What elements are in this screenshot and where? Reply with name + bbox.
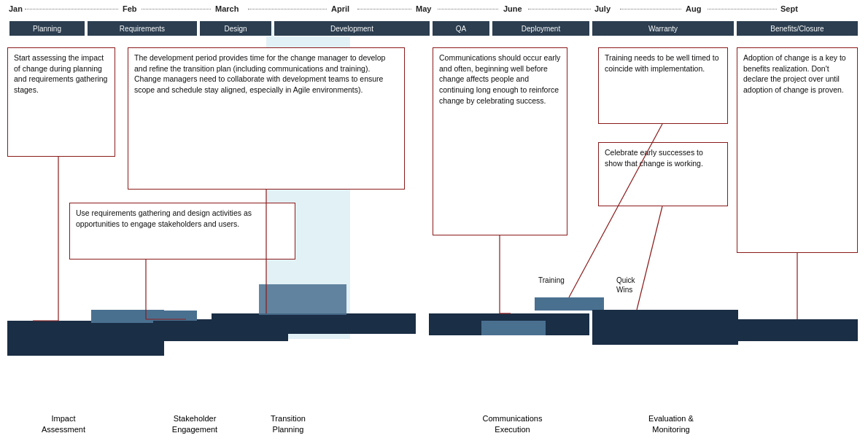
phase-deployment: Deployment: [492, 20, 590, 36]
gantt-bar-stakeholder-light: [153, 311, 197, 321]
gantt-bar-training: [535, 297, 604, 311]
bottom-label-eval: Evaluation &Monitoring: [616, 413, 726, 435]
label-training: Training: [538, 276, 565, 285]
phase-warranty: Warranty: [592, 20, 735, 36]
gantt-bar-impact: [7, 321, 164, 356]
months-row: Jan Feb March April May June July Aug Se…: [0, 3, 868, 17]
month-april: April: [331, 4, 349, 13]
month-feb: Feb: [123, 4, 137, 13]
svg-line-9: [637, 206, 662, 310]
month-aug: Aug: [686, 4, 701, 13]
month-sept: Sept: [780, 4, 798, 13]
dot-line-7: [620, 9, 681, 9]
phase-qa: QA: [432, 20, 490, 36]
month-july: July: [594, 4, 611, 13]
dot-line-6: [528, 9, 591, 9]
month-june: June: [503, 4, 522, 13]
dot-line-1: [25, 9, 118, 9]
callout-stakeholder: Use requirements gathering and design ac…: [69, 203, 295, 259]
callout-impact-assessment: Start assessing the impact of change dur…: [7, 47, 115, 157]
callout-adoption: Adoption of change is a key to benefits …: [737, 47, 858, 253]
bottom-label-stakeholder: StakeholderEngagement: [147, 413, 242, 435]
chart-container: Jan Feb March April May June July Aug Se…: [0, 0, 868, 441]
bottom-label-impact: ImpactAssessment: [16, 413, 111, 435]
bottom-label-comms: CommunicationsExecution: [449, 413, 576, 435]
phase-development: Development: [274, 20, 430, 36]
gantt-bar-comms-light: [481, 321, 546, 335]
phase-bars-row: Planning Requirements Design Development…: [0, 20, 868, 39]
gantt-bar-eval: [592, 310, 738, 345]
label-quick-wins: QuickWins: [616, 276, 635, 294]
dot-line-4: [357, 9, 411, 9]
phase-benefits-closure: Benefits/Closure: [736, 20, 859, 36]
phase-requirements: Requirements: [87, 20, 198, 36]
bottom-label-transition: TransitionPlanning: [244, 413, 332, 435]
month-may: May: [416, 4, 431, 13]
phase-design: Design: [199, 20, 272, 36]
dot-line-8: [708, 9, 777, 9]
gantt-bar-transition-light: [259, 284, 346, 315]
dot-line-3: [248, 9, 327, 9]
callout-quick-wins: Celebrate early successes to show that c…: [598, 142, 728, 206]
callout-training: Training needs to be well timed to coinc…: [598, 47, 728, 124]
callout-development: The development period provides time for…: [128, 47, 405, 190]
month-jan: Jan: [9, 4, 23, 13]
month-march: March: [215, 4, 239, 13]
phase-planning: Planning: [9, 20, 85, 36]
dot-line-5: [438, 9, 498, 9]
dot-line-2: [142, 9, 211, 9]
gantt-bar-adoption: [735, 319, 858, 341]
gantt-bar-transition: [212, 313, 416, 334]
callout-communications: Communications should occur early and of…: [433, 47, 567, 235]
